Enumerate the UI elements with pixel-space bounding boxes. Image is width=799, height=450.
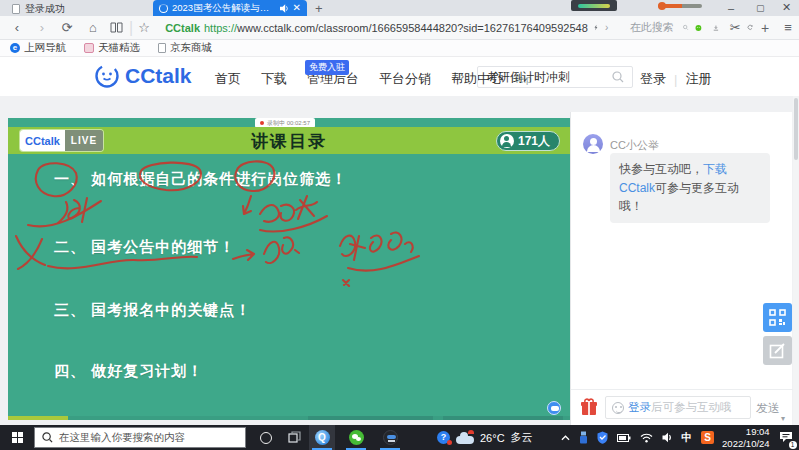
usb-device-icon[interactable] xyxy=(579,431,588,444)
chat-avatar xyxy=(583,134,603,154)
wifi-icon[interactable] xyxy=(640,433,653,443)
site-search-value: 考研倒计时冲刺 xyxy=(486,69,570,86)
gift-icon[interactable] xyxy=(579,397,599,417)
bookmark-tmall[interactable]: 天猫精选 xyxy=(84,41,140,55)
tab-cctalk-classroom[interactable]: 2023国考公告解读与报考指导-C ✕ xyxy=(153,0,307,16)
time-label: 19:04 xyxy=(722,426,770,437)
site-verified-label: CCtalk xyxy=(165,22,200,34)
taskbar-search-input[interactable]: 在这里输入你要搜索的内容 xyxy=(34,427,246,448)
add-extension-icon[interactable]: + xyxy=(753,20,777,36)
taskbar-clock[interactable]: 19:04 2022/10/24 xyxy=(722,426,770,449)
free-join-badge[interactable]: 免费入驻 xyxy=(305,60,349,75)
browser-tab-bar: 登录成功 2023国考公告解读与报考指导-C ✕ + – ▢ ✕ xyxy=(0,0,799,16)
temperature-label: 26°C xyxy=(480,432,505,444)
task-view-icon[interactable] xyxy=(288,431,301,444)
notification-dot xyxy=(447,440,452,445)
action-center-button[interactable]: 1 xyxy=(779,429,793,447)
page-icon xyxy=(158,43,166,53)
screenshot-scissors-icon[interactable]: ✂ xyxy=(723,20,747,35)
cctalk-logo[interactable]: CCtalk xyxy=(95,64,192,88)
speaker-icon[interactable] xyxy=(662,432,673,443)
expand-chevron-icon[interactable]: › xyxy=(598,22,616,33)
browser-e-icon: e xyxy=(10,43,20,53)
windows-taskbar: 在这里输入你要搜索的内容 Q ? 26°C 多云 中 S 19:04 2022/… xyxy=(0,425,799,450)
window-close-button[interactable]: ✕ xyxy=(782,0,791,15)
url-text: www.cctalk.com/classroom/16665958444820?… xyxy=(237,22,588,34)
search-icon[interactable] xyxy=(612,71,624,83)
wechat-plugin-icon[interactable] xyxy=(695,21,702,35)
close-tab-icon[interactable]: ✕ xyxy=(293,3,301,13)
reading-mode-icon[interactable] xyxy=(110,22,123,33)
brightness-slider-overlay[interactable] xyxy=(658,4,702,8)
compose-note-button[interactable] xyxy=(763,336,792,365)
notification-count-badge: 1 xyxy=(789,441,797,449)
logo-text: CCtalk xyxy=(125,64,192,88)
chat-input-row: 登录后可参与互动哦 发送 ▾ xyxy=(571,389,793,425)
tab-label: 登录成功 xyxy=(25,2,65,16)
login-link[interactable]: 登录 xyxy=(628,401,651,413)
tray-expand-chevron-icon[interactable] xyxy=(561,435,570,441)
wechat-icon xyxy=(349,430,364,445)
slide-progress-strip xyxy=(8,416,570,420)
refresh-button[interactable]: ⟳ xyxy=(54,20,80,35)
bookmarks-bar: e上网导航 天猫精选 京东商城 xyxy=(0,40,799,57)
date-label: 2022/10/24 xyxy=(722,438,770,449)
bookmark-nav-portal[interactable]: e上网导航 xyxy=(10,41,66,55)
ime-indicator[interactable]: 中 xyxy=(682,431,693,445)
cctalk-site-header: CCtalk 首页 下载 管理后台 平台分销 帮助中心 Help 免费入驻 考研… xyxy=(0,57,799,96)
download-icon[interactable] xyxy=(713,22,719,34)
qr-code-button[interactable] xyxy=(763,303,792,332)
forward-button[interactable]: › xyxy=(30,20,54,35)
qr-code-icon xyxy=(769,309,786,326)
bookmark-jd[interactable]: 京东商城 xyxy=(158,41,212,55)
live-slide-stage: 录制中 00:02:57 讲课目录 CCtalk LIVE 171人 一、 如何… xyxy=(8,118,570,420)
taskbar-app-education[interactable] xyxy=(377,425,403,450)
start-button[interactable] xyxy=(0,425,34,450)
nav-download[interactable]: 下载 xyxy=(261,70,287,88)
send-button[interactable]: 发送 xyxy=(756,400,780,417)
education-app-icon xyxy=(383,430,398,445)
taskbar-app-wechat[interactable] xyxy=(343,425,369,450)
desktop: 登录成功 2023国考公告解读与报考指导-C ✕ + – ▢ ✕ ‹ › ⟳ ⌂… xyxy=(0,0,799,450)
stage-chat-bubble-button[interactable] xyxy=(547,401,561,415)
security-shield-icon[interactable] xyxy=(597,431,608,444)
taskbar-weather[interactable]: ? 26°C 多云 xyxy=(437,430,533,445)
search-icon[interactable] xyxy=(683,22,688,33)
login-link[interactable]: 登录 xyxy=(640,70,666,88)
nav-home[interactable]: 首页 xyxy=(215,70,241,88)
toolbar-search-input[interactable]: 在此搜索 xyxy=(630,20,684,35)
scrollbar-thumb[interactable] xyxy=(794,98,798,160)
weather-desc-label: 多云 xyxy=(511,430,533,445)
emoji-icon[interactable] xyxy=(612,402,624,414)
page-scrollbar[interactable] xyxy=(793,96,799,425)
home-button[interactable]: ⌂ xyxy=(80,20,106,35)
site-search-input[interactable]: 考研倒计时冲刺 xyxy=(477,66,633,88)
edit-icon xyxy=(769,342,786,359)
qq-browser-icon: Q xyxy=(315,430,330,445)
news-question-icon[interactable]: ? xyxy=(437,431,450,444)
window-maximize-button[interactable]: ▢ xyxy=(756,0,765,15)
search-icon xyxy=(42,432,53,443)
chat-username: CC小公举 xyxy=(610,138,659,153)
address-bar[interactable]: CCtalk https://www.cctalk.com/classroom/… xyxy=(165,22,588,34)
chat-message-input[interactable]: 登录后可参与互动哦 xyxy=(605,396,751,419)
audio-playing-icon[interactable] xyxy=(280,4,289,13)
chat-message: 快参与互动吧，下载CCtalk可参与更多互动哦！ xyxy=(610,153,770,223)
tab-login-success[interactable]: 登录成功 xyxy=(6,1,71,16)
cctalk-smiley-icon xyxy=(95,64,119,88)
classroom-page: 录制中 00:02:57 讲课目录 CCtalk LIVE 171人 一、 如何… xyxy=(0,96,799,425)
new-tab-button[interactable]: + xyxy=(315,1,323,16)
register-link[interactable]: 注册 xyxy=(685,70,711,88)
nav-distribution[interactable]: 平台分销 xyxy=(379,70,431,88)
back-button[interactable]: ‹ xyxy=(4,20,30,35)
chat-sidebar: CC小公举 快参与互动吧，下载CCtalk可参与更多互动哦！ 登录后可参与互动哦… xyxy=(570,112,792,425)
collapse-caret-icon[interactable]: ▾ xyxy=(781,414,785,423)
menu-icon[interactable]: ≡ xyxy=(777,20,799,35)
window-minimize-button[interactable]: – xyxy=(728,0,734,15)
tab-label: 2023国考公告解读与报考指导-C xyxy=(172,2,276,15)
cortana-icon[interactable] xyxy=(260,432,272,444)
taskbar-app-qq-browser[interactable]: Q xyxy=(309,425,335,450)
bookmark-star-icon[interactable]: ☆ xyxy=(133,20,155,35)
sogou-input-icon[interactable]: S xyxy=(701,431,714,444)
battery-icon[interactable] xyxy=(617,433,631,443)
